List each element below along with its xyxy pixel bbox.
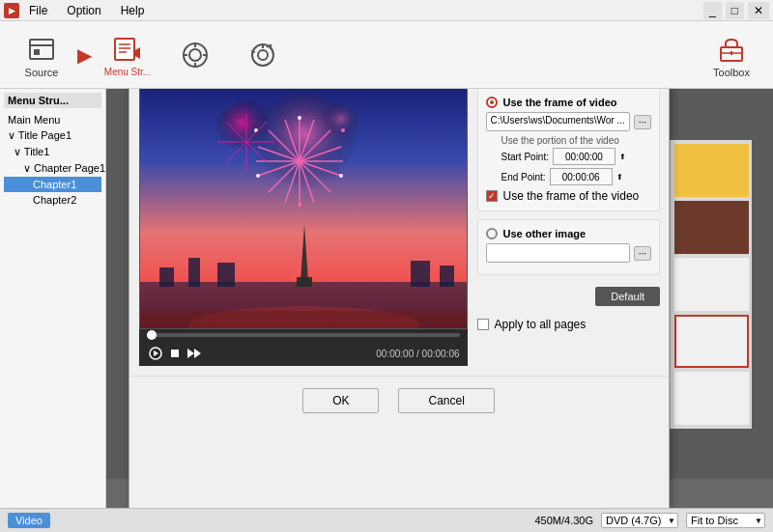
window-controls: _ □ ✕ (703, 2, 769, 19)
video-option-label: Use the frame of video (503, 97, 617, 108)
modal-footer: OK Cancel (129, 376, 669, 425)
image-radio[interactable] (486, 228, 498, 239)
svg-point-8 (189, 49, 201, 61)
title-bar: ▶ File Option Help _ □ ✕ (0, 0, 773, 21)
stop-button[interactable] (168, 347, 182, 360)
svg-point-21 (208, 98, 304, 195)
start-point-input[interactable] (553, 148, 616, 165)
content-area: Customize Background ✕ (106, 89, 773, 508)
thumb-1[interactable] (674, 144, 749, 197)
options-panel: Use the frame of video C:\Users\ws\Docum… (477, 89, 661, 366)
svg-rect-55 (188, 258, 200, 287)
svg-point-43 (339, 174, 343, 178)
source-icon (24, 32, 59, 67)
menu-label: Menu Str... (104, 67, 151, 77)
frame-checkbox[interactable] (486, 190, 498, 202)
content-main: Customize Background ✕ (106, 89, 773, 479)
cancel-button[interactable]: Cancel (398, 388, 494, 413)
progress-thumb[interactable] (147, 330, 157, 340)
sidebar-header: Menu Stru... (4, 93, 101, 108)
image-option-label: Use other image (503, 228, 587, 239)
menu-bar: File Option Help (25, 3, 148, 18)
video-progress-bar[interactable] (147, 333, 460, 337)
video-panel: 00:00:00 / 00:00:06 (139, 89, 468, 366)
video-option-group: Use the frame of video C:\Users\ws\Docum… (477, 89, 661, 211)
preview-icon (178, 38, 213, 72)
toolbar-toolbox[interactable]: Toolbox (698, 23, 765, 86)
image-browse-button[interactable]: ··· (634, 246, 651, 261)
svg-point-40 (341, 128, 345, 132)
menu-file[interactable]: File (25, 3, 51, 18)
tree-chapter2[interactable]: Chapter2 (4, 192, 101, 208)
toolbar-preview[interactable] (161, 23, 229, 86)
svg-rect-58 (440, 266, 454, 287)
tree-title1[interactable]: ∨ Title1 (4, 144, 101, 160)
ok-button[interactable]: OK (302, 388, 379, 413)
thumb-2[interactable] (674, 201, 749, 254)
maximize-button[interactable]: □ (726, 2, 744, 19)
end-point-input[interactable] (550, 168, 613, 185)
app-body: Menu Stru... Main Menu ∨ Title Page1 ∨ T… (0, 89, 773, 508)
frame-checkbox-label: Use the frame of the video (503, 189, 640, 203)
end-point-row: End Point: ⬆ (501, 168, 652, 185)
thumbnail-strip (670, 140, 752, 429)
disc-type-dropdown-wrap: DVD (4.7G) DVD (8.5G) BD (25G) ▼ (601, 513, 678, 528)
video-playback-controls: 00:00:00 / 00:00:06 (139, 341, 468, 366)
svg-rect-65 (171, 350, 179, 357)
svg-rect-56 (217, 263, 235, 287)
svg-marker-64 (154, 350, 158, 356)
toolbox-icon (714, 32, 749, 67)
video-radio[interactable] (486, 97, 498, 108)
start-point-row: Start Point: ⬆ (501, 148, 652, 165)
video-controls-bar (139, 329, 468, 341)
toolbar-menu[interactable]: Menu Str... (94, 23, 161, 86)
svg-marker-67 (194, 349, 201, 358)
thumb-5[interactable] (674, 372, 749, 425)
svg-rect-0 (30, 40, 53, 59)
svg-point-39 (298, 116, 301, 120)
video-file-path[interactable]: C:\Users\ws\Documents\Wor ... (486, 112, 630, 131)
svg-rect-54 (159, 267, 174, 287)
disc-type-dropdown[interactable]: DVD (4.7G) DVD (8.5G) BD (25G) (601, 513, 678, 528)
source-label: Source (25, 67, 59, 78)
start-spin-icon[interactable]: ⬆ (619, 153, 626, 161)
play-button[interactable] (147, 345, 164, 362)
toolbar-source[interactable]: Source (8, 23, 75, 86)
close-button[interactable]: ✕ (748, 2, 769, 19)
thumb-3[interactable] (674, 258, 749, 311)
status-badge: Video (8, 513, 50, 528)
menu-help[interactable]: Help (117, 3, 149, 18)
svg-line-16 (251, 51, 255, 52)
apply-row: Apply to all pages (477, 318, 661, 331)
fit-type-dropdown[interactable]: Fit to Disc High Quality Custom (686, 513, 765, 528)
tree-chapter1[interactable]: Chapter1 (4, 177, 101, 192)
svg-rect-57 (411, 261, 430, 287)
toolbox-label: Toolbox (713, 67, 750, 78)
modal-body: 00:00:00 / 00:00:06 Use the frame of vid… (129, 89, 669, 376)
end-spin-icon[interactable]: ⬆ (616, 173, 623, 182)
tree-chapter-page1[interactable]: ∨ Chapter Page1 (4, 160, 101, 177)
next-button[interactable] (186, 347, 203, 360)
time-display: 00:00:00 / 00:00:06 (376, 349, 459, 359)
sidebar: Menu Stru... Main Menu ∨ Title Page1 ∨ T… (0, 89, 106, 508)
svg-marker-66 (187, 349, 194, 358)
toolbar-burn[interactable] (229, 23, 297, 86)
thumb-4[interactable] (674, 315, 749, 368)
default-button[interactable]: Default (595, 287, 660, 306)
toolbar: Source ▶ Menu Str... (0, 21, 773, 89)
start-point-label: Start Point: (501, 152, 549, 162)
customize-background-modal: Customize Background ✕ (129, 89, 670, 508)
fit-type-dropdown-wrap: Fit to Disc High Quality Custom ▼ (686, 513, 765, 528)
apply-all-label: Apply to all pages (495, 318, 587, 331)
minimize-button[interactable]: _ (703, 2, 722, 19)
menu-option[interactable]: Option (63, 3, 104, 18)
portion-label: Use the portion of the video (501, 135, 652, 146)
image-option-row: Use other image (486, 228, 652, 239)
apply-all-checkbox[interactable] (477, 319, 489, 330)
image-file-path[interactable] (486, 243, 630, 263)
tree-main-menu[interactable]: Main Menu (4, 112, 101, 127)
video-browse-button[interactable]: ··· (634, 115, 651, 129)
tree-title-page1[interactable]: ∨ Title Page1 (4, 127, 101, 144)
svg-point-44 (256, 174, 260, 178)
svg-point-14 (258, 50, 268, 60)
